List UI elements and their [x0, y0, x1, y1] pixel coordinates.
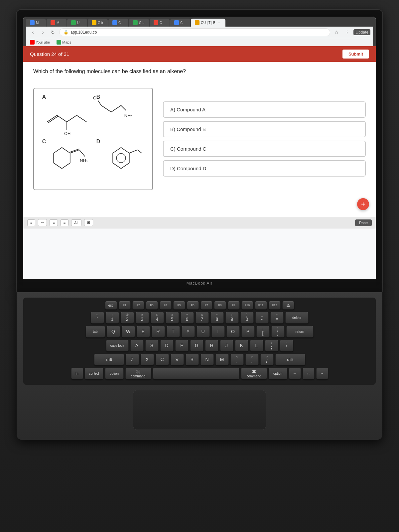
key-3[interactable]: #3 — [136, 312, 149, 324]
url-bar[interactable]: 🔒 app.101edu.co — [59, 28, 330, 36]
key-slash[interactable]: ?/ — [260, 353, 274, 365]
key-v[interactable]: V — [171, 353, 184, 365]
extension-button[interactable]: ⋮ — [343, 28, 351, 37]
done-button[interactable]: Done — [355, 219, 372, 226]
key-f8[interactable]: F8 — [214, 301, 226, 310]
key-1[interactable]: !1 — [106, 312, 119, 324]
key-o[interactable]: O — [226, 326, 240, 337]
key-2[interactable]: @2 — [121, 312, 134, 324]
tab-7[interactable]: C — [150, 19, 170, 27]
key-esc[interactable]: esc — [105, 301, 117, 310]
key-e[interactable]: E — [137, 326, 150, 337]
key-k[interactable]: K — [235, 339, 248, 351]
key-ctrl[interactable]: control — [85, 367, 103, 379]
key-f9[interactable]: F9 — [228, 301, 240, 310]
key-capslock[interactable]: caps lock — [106, 339, 129, 351]
key-h[interactable]: H — [205, 339, 218, 351]
key-period[interactable]: >. — [245, 353, 259, 365]
toolbar-btn-6[interactable]: ⊞ — [84, 219, 93, 226]
option-b[interactable]: B) Compound B — [163, 121, 366, 137]
key-minus[interactable]: _- — [255, 312, 269, 324]
toolbar-btn-2[interactable]: ✏ — [38, 219, 47, 226]
tab-6[interactable]: G b — [129, 19, 149, 27]
key-g[interactable]: G — [190, 339, 203, 351]
key-f10[interactable]: F10 — [241, 301, 253, 310]
key-fn[interactable]: fn — [71, 367, 83, 379]
key-s[interactable]: S — [145, 339, 159, 351]
bookmark-button[interactable]: ☆ — [332, 28, 341, 37]
key-option-r[interactable]: option — [269, 367, 287, 379]
key-f3[interactable]: F3 — [146, 301, 158, 310]
key-z[interactable]: Z — [126, 353, 139, 365]
key-f[interactable]: F — [175, 339, 189, 351]
key-q[interactable]: Q — [107, 326, 120, 337]
key-6[interactable]: ^6 — [181, 312, 194, 324]
option-c[interactable]: C) Compound C — [163, 141, 366, 157]
key-9[interactable]: (9 — [225, 312, 239, 324]
key-4[interactable]: $4 — [151, 312, 164, 324]
tab-active[interactable]: OU | T | B× — [191, 19, 225, 27]
key-power[interactable]: ⏏ — [282, 301, 294, 310]
bookmark-maps[interactable]: Maps — [55, 39, 72, 45]
key-shift-r[interactable]: shift — [275, 353, 305, 365]
key-c[interactable]: C — [156, 353, 169, 365]
plus-button[interactable]: + — [357, 198, 369, 210]
key-semicolon[interactable]: :; — [265, 339, 278, 351]
key-p[interactable]: P — [241, 326, 255, 337]
key-f11[interactable]: F11 — [255, 301, 267, 310]
key-equals[interactable]: += — [270, 312, 284, 324]
toolbar-btn-5[interactable]: All — [71, 219, 81, 226]
key-command-l[interactable]: ⌘ command — [125, 367, 151, 379]
key-f12[interactable]: F12 — [269, 301, 281, 310]
key-7[interactable]: &7 — [196, 312, 209, 324]
key-u[interactable]: U — [197, 326, 210, 337]
key-backspace[interactable]: delete — [285, 312, 309, 324]
key-f5[interactable]: F5 — [173, 301, 185, 310]
key-8[interactable]: *8 — [210, 312, 224, 324]
forward-button[interactable]: › — [39, 28, 47, 37]
key-tab[interactable]: tab — [86, 326, 105, 337]
toolbar-btn-3[interactable]: ≡ — [50, 219, 58, 226]
key-space[interactable] — [153, 367, 239, 379]
key-l[interactable]: L — [250, 339, 263, 351]
key-w[interactable]: W — [122, 326, 135, 337]
key-option-l[interactable]: option — [105, 367, 124, 379]
tab-8[interactable]: C — [170, 19, 190, 27]
key-t[interactable]: T — [167, 326, 180, 337]
key-f7[interactable]: F7 — [200, 301, 212, 310]
key-arrow-left[interactable]: ← — [289, 367, 301, 379]
bookmark-youtube[interactable]: YouTube — [29, 39, 51, 45]
key-arrow-right[interactable]: → — [316, 367, 328, 379]
back-button[interactable]: ‹ — [29, 28, 37, 37]
key-quote[interactable]: "' — [280, 339, 293, 351]
key-f6[interactable]: F6 — [187, 301, 199, 310]
tab-3[interactable]: U — [67, 19, 87, 27]
key-rbracket[interactable]: }] — [271, 326, 285, 337]
key-f1[interactable]: F1 — [119, 301, 131, 310]
key-j[interactable]: J — [220, 339, 233, 351]
key-i[interactable]: I — [211, 326, 225, 337]
key-m[interactable]: M — [215, 353, 229, 365]
update-button[interactable]: Update — [353, 29, 370, 35]
key-r[interactable]: R — [152, 326, 165, 337]
key-f2[interactable]: F2 — [132, 301, 144, 310]
tab-2[interactable]: M — [47, 19, 66, 27]
reload-button[interactable]: ↻ — [49, 28, 57, 37]
key-d[interactable]: D — [160, 339, 174, 351]
toolbar-btn-4[interactable]: ≡ — [61, 219, 68, 226]
key-n[interactable]: N — [200, 353, 214, 365]
key-shift-l[interactable]: shift — [94, 353, 124, 365]
key-5[interactable]: %5 — [166, 312, 179, 324]
key-comma[interactable]: <, — [230, 353, 244, 365]
key-a[interactable]: A — [130, 339, 144, 351]
key-0[interactable]: )0 — [240, 312, 254, 324]
submit-button[interactable]: Submit — [342, 50, 369, 59]
key-f4[interactable]: F4 — [160, 301, 172, 310]
toolbar-btn-1[interactable]: ≡ — [27, 219, 35, 226]
key-y[interactable]: Y — [182, 326, 195, 337]
key-b[interactable]: B — [186, 353, 199, 365]
tab-4[interactable]: G fr — [88, 19, 108, 27]
key-enter[interactable]: return — [286, 326, 314, 337]
key-backtick[interactable]: ~` — [91, 312, 104, 324]
option-a[interactable]: A) Compound A — [163, 101, 366, 118]
